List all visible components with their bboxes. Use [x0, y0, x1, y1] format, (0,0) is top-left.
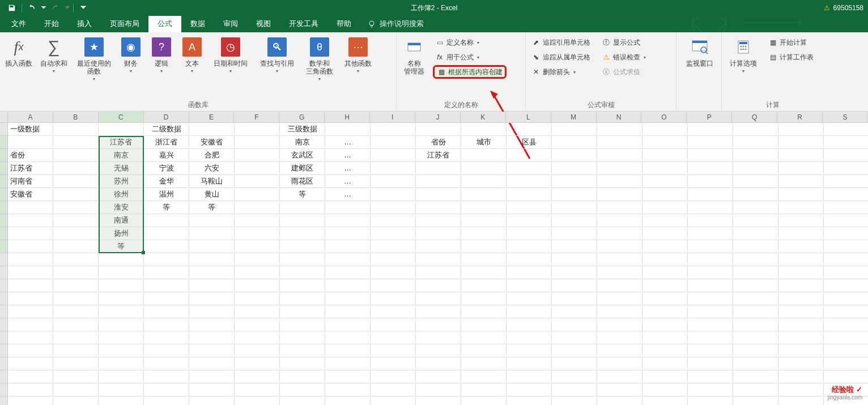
cell[interactable]	[235, 305, 280, 318]
cell[interactable]	[144, 240, 189, 253]
cell[interactable]	[53, 188, 99, 201]
cell[interactable]	[235, 123, 280, 136]
cell[interactable]: 省份	[416, 136, 461, 149]
undo-dropdown[interactable]	[40, 1, 47, 15]
cell[interactable]	[235, 175, 280, 188]
cell[interactable]	[416, 227, 461, 240]
cell[interactable]	[461, 397, 507, 405]
cell[interactable]	[144, 331, 189, 344]
cell[interactable]	[597, 227, 643, 240]
cell[interactable]	[53, 383, 99, 397]
cell[interactable]	[507, 175, 552, 188]
cell[interactable]	[778, 370, 824, 383]
cell[interactable]	[643, 397, 688, 405]
cell[interactable]	[688, 344, 733, 357]
cell[interactable]	[144, 214, 189, 227]
cell[interactable]	[53, 175, 99, 188]
cell[interactable]: 南京	[99, 149, 144, 162]
cell[interactable]	[235, 201, 280, 214]
cell[interactable]: 一级数据	[8, 123, 53, 136]
cell[interactable]	[53, 227, 99, 240]
tab-insert[interactable]: 插入	[68, 15, 101, 32]
cell[interactable]: …	[325, 136, 371, 149]
cell[interactable]	[8, 253, 53, 266]
cell[interactable]	[507, 149, 552, 162]
cell[interactable]	[824, 266, 868, 279]
cell[interactable]	[733, 214, 778, 227]
cell[interactable]	[733, 397, 778, 405]
cell[interactable]	[189, 279, 235, 292]
cell[interactable]	[280, 240, 325, 253]
cell[interactable]: 江苏省	[99, 136, 144, 149]
cell[interactable]	[552, 292, 597, 305]
cell[interactable]	[53, 344, 99, 357]
cell[interactable]	[824, 331, 868, 344]
col-header[interactable]: M	[551, 112, 597, 122]
cell[interactable]	[643, 162, 688, 175]
cell[interactable]	[325, 344, 371, 357]
cell[interactable]	[371, 227, 416, 240]
cell[interactable]	[461, 201, 507, 214]
cell[interactable]	[552, 227, 597, 240]
cell[interactable]	[778, 240, 824, 253]
cell[interactable]	[280, 253, 325, 266]
cell[interactable]	[778, 383, 824, 397]
cell[interactable]	[778, 201, 824, 214]
cell[interactable]: 六安	[189, 162, 235, 175]
cell[interactable]	[416, 370, 461, 383]
cell[interactable]	[280, 279, 325, 292]
cell[interactable]: 淮安	[99, 201, 144, 214]
cell[interactable]: 城市	[461, 136, 507, 149]
cell[interactable]	[824, 344, 868, 357]
row-header[interactable]	[0, 383, 8, 397]
cell[interactable]	[461, 318, 507, 331]
remove-arrows-button[interactable]: ✕删除箭头▾	[529, 65, 593, 79]
cell[interactable]	[144, 357, 189, 370]
cell[interactable]	[144, 397, 189, 405]
tab-layout[interactable]: 页面布局	[101, 15, 148, 32]
row-header[interactable]	[0, 227, 8, 240]
cell[interactable]	[507, 318, 552, 331]
cell[interactable]	[280, 331, 325, 344]
cell[interactable]	[144, 370, 189, 383]
cell[interactable]	[507, 305, 552, 318]
cell[interactable]	[325, 214, 371, 227]
trace-dependents-button[interactable]: ⬊追踪从属单元格	[529, 50, 593, 64]
cell[interactable]	[8, 397, 53, 405]
cell[interactable]	[688, 318, 733, 331]
cell[interactable]	[461, 279, 507, 292]
cell[interactable]	[235, 266, 280, 279]
cell[interactable]	[189, 370, 235, 383]
cell[interactable]	[507, 370, 552, 383]
cell[interactable]	[53, 123, 99, 136]
cell[interactable]	[416, 344, 461, 357]
col-header[interactable]: E	[189, 112, 235, 122]
cell[interactable]	[53, 136, 99, 149]
cell[interactable]	[733, 253, 778, 266]
cell[interactable]	[643, 188, 688, 201]
cell[interactable]	[552, 188, 597, 201]
row-header[interactable]	[0, 253, 8, 266]
cell[interactable]	[371, 162, 416, 175]
cell[interactable]	[53, 214, 99, 227]
cell[interactable]	[733, 279, 778, 292]
cell[interactable]	[597, 397, 643, 405]
cell[interactable]	[8, 305, 53, 318]
datetime-button[interactable]: ◷ 日期和时间▾	[209, 35, 253, 82]
cell[interactable]	[325, 253, 371, 266]
cell[interactable]	[235, 136, 280, 149]
cell[interactable]	[688, 136, 733, 149]
cell[interactable]	[824, 292, 868, 305]
cell[interactable]: 扬州	[99, 227, 144, 240]
cell[interactable]	[733, 292, 778, 305]
cell[interactable]	[99, 397, 144, 405]
cell[interactable]: 嘉兴	[144, 149, 189, 162]
cell[interactable]	[325, 292, 371, 305]
cell[interactable]	[643, 279, 688, 292]
row-header[interactable]	[0, 123, 8, 136]
cell[interactable]	[416, 188, 461, 201]
cell[interactable]	[144, 279, 189, 292]
cell[interactable]	[643, 383, 688, 397]
cell[interactable]	[733, 123, 778, 136]
row-header[interactable]	[0, 370, 8, 383]
